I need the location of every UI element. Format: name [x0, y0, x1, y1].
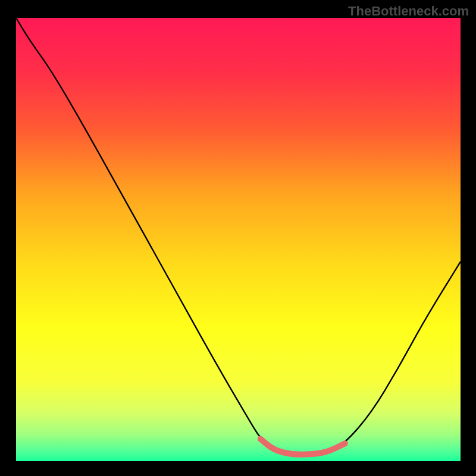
plot-area: [16, 18, 461, 461]
bottleneck-curve: [16, 18, 461, 455]
highlight-segment: [261, 439, 345, 455]
watermark-text: TheBottleneck.com: [348, 4, 469, 19]
highlight-dot: [258, 436, 264, 442]
chart-container: TheBottleneck.com: [0, 0, 476, 476]
curves-layer: [16, 18, 461, 461]
